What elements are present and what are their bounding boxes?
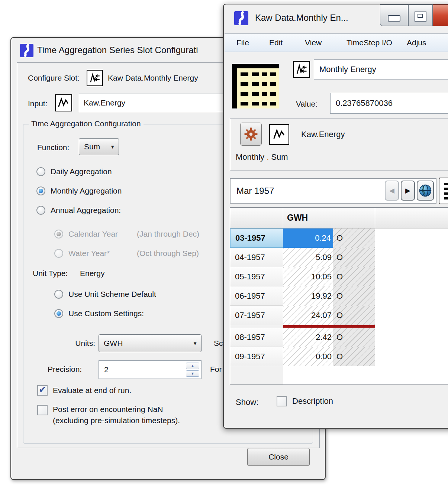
minimize-icon <box>388 15 400 22</box>
radio-monthly-aggregation[interactable]: Monthly Aggregation <box>36 186 122 195</box>
flag-output: O <box>336 286 343 306</box>
function-dropdown[interactable]: Sum ▼ <box>79 138 119 155</box>
spin-up-icon[interactable]: ▲ <box>186 363 199 369</box>
menu-edit[interactable]: Edit <box>269 34 283 52</box>
unit-type-value: Energy <box>80 269 105 278</box>
units-dropdown[interactable]: GWH ▼ <box>99 334 202 352</box>
value-column-header[interactable]: GWH <box>283 208 375 228</box>
table-header-row: GWH <box>230 208 448 228</box>
series-slot-icon <box>55 94 72 111</box>
previous-timestep-button[interactable]: ◀ <box>385 181 399 201</box>
series-slot-icon-button[interactable] <box>269 124 289 145</box>
radio-calendar-year: Calendar Year (Jan through Dec) <box>54 230 199 238</box>
table-object-icon <box>232 64 279 108</box>
radio-use-custom-settings[interactable]: Use Custom Settings: <box>54 309 144 318</box>
radio-daily-aggregation[interactable]: Daily Aggregation <box>36 167 112 176</box>
table-row[interactable]: 06-1957 19.92 O <box>230 286 448 306</box>
flag-output: O <box>336 228 343 248</box>
restore-button[interactable] <box>408 4 433 26</box>
radio-icon-disabled-selected <box>54 230 63 238</box>
agg-function: Sum <box>271 152 288 162</box>
value-cell[interactable]: 24.07 O <box>283 306 375 325</box>
configure-slot-label: Configure Slot: <box>28 70 80 86</box>
function-label: Function: <box>37 139 69 156</box>
date-column-header[interactable] <box>230 208 283 228</box>
checkbox-post-error-nan[interactable]: Post error on encountering NaN (excludin… <box>37 405 180 425</box>
radio-water-year: Water Year* (Oct through Sep) <box>54 249 199 258</box>
menu-timestep-io[interactable]: TimeStep I/O <box>347 34 392 52</box>
value-cell[interactable]: 5.09 O <box>283 248 375 267</box>
radio-icon <box>54 290 63 299</box>
table-row[interactable]: 04-1957 5.09 O <box>230 248 448 267</box>
aggregation-slot-icon <box>293 61 310 78</box>
table-row-selected[interactable]: 03-1957 0.24 O <box>230 228 448 248</box>
menu-file[interactable]: File <box>236 34 249 52</box>
spinner-buttons[interactable]: ▲ ▼ <box>186 363 199 377</box>
value-label: Value: <box>296 94 318 114</box>
precision-label: Precision: <box>48 365 82 374</box>
current-timestep-divider <box>283 325 375 328</box>
value-cell-selected[interactable]: 0.24 O <box>283 228 375 248</box>
radio-icon-disabled <box>54 249 63 258</box>
precision-value: 2 <box>104 361 109 379</box>
radio-icon-selected <box>36 186 45 195</box>
radio-icon <box>36 206 45 215</box>
value-field[interactable]: 0.23765870036 <box>330 93 448 114</box>
goto-date-button[interactable] <box>417 181 434 201</box>
close-window-button[interactable] <box>433 4 448 26</box>
next-timestep-button[interactable]: ▶ <box>401 181 415 201</box>
checkbox-show-description[interactable]: Description <box>277 396 333 406</box>
riverware-logo-icon <box>234 11 248 25</box>
unit-type-label: Unit Type: <box>33 269 68 278</box>
slot-name-field[interactable]: Monthly Energy <box>314 59 448 79</box>
restore-icon <box>415 12 426 22</box>
flag-output: O <box>336 328 343 347</box>
checkbox-evaluate-at-end[interactable]: ✔ Evaluate at end of run. <box>37 385 131 396</box>
slot-ref-label: Kaw.Energy <box>301 124 345 145</box>
aggregation-summary: Monthly . Sum <box>236 152 288 162</box>
value-cell[interactable]: 0.00 O <box>283 347 375 366</box>
checkbox-checked-icon: ✔ <box>37 385 48 396</box>
configure-slot-button[interactable] <box>240 123 262 146</box>
menu-bar: File Edit View TimeStep I/O Adjus <box>225 33 448 52</box>
table-row[interactable]: 05-1957 10.05 O <box>230 267 448 286</box>
flag-output: O <box>336 347 343 366</box>
radio-icon-selected <box>54 309 63 318</box>
flag-output: O <box>336 248 343 267</box>
flag-output: O <box>336 306 343 325</box>
flag-output: O <box>336 267 343 286</box>
units-label: Units: <box>55 339 95 348</box>
value-cell[interactable]: 10.05 O <box>283 267 375 286</box>
table-row[interactable]: 09-1957 0.00 O <box>230 347 448 366</box>
table-row[interactable]: 07-1957 24.07 O <box>230 306 448 325</box>
checkbox-unchecked-icon <box>277 396 287 406</box>
menu-adjust[interactable]: Adjus <box>407 34 426 52</box>
checkbox-unchecked-icon <box>37 405 48 415</box>
precision-spinbox[interactable]: 2 ▲ ▼ <box>99 360 202 379</box>
menu-view[interactable]: View <box>305 34 322 52</box>
close-button[interactable]: Close <box>247 448 310 466</box>
value-cell[interactable]: 19.92 O <box>283 286 375 306</box>
minimize-button[interactable] <box>380 4 408 26</box>
radio-icon <box>36 167 45 176</box>
value-cell[interactable]: 2.42 O <box>283 328 375 347</box>
function-value: Sum <box>84 142 100 151</box>
desktop: Time Aggregation Series Slot Configurati… <box>0 0 448 490</box>
agg-separator: . <box>267 152 269 162</box>
radio-unit-scheme-default[interactable]: Use Unit Scheme Default <box>54 290 156 299</box>
radio-annual-aggregation[interactable]: Annual Aggregation: <box>36 206 121 215</box>
next-arrow-icon: ▶ <box>405 186 410 195</box>
current-date[interactable]: Mar 1957 <box>236 179 274 203</box>
table-row[interactable]: 08-1957 2.42 O <box>230 328 448 347</box>
date-navigation-field: Mar 1957 ◀ ▶ <box>230 178 436 204</box>
date-nav-buttons: ◀ ▶ <box>385 181 434 201</box>
series-slot-icon <box>272 127 286 142</box>
dropdown-caret-icon: ▼ <box>193 341 201 346</box>
spin-down-icon[interactable]: ▼ <box>186 370 199 377</box>
row-menu-button[interactable] <box>439 178 448 204</box>
slot-viewer-window: Kaw Data.Monthly En... File Edit View Ti… <box>223 4 448 429</box>
globe-icon <box>419 184 432 197</box>
series-data-table: GWH 03-1957 0.24 O 04-1957 5.09 <box>230 207 448 385</box>
riverware-logo-icon <box>20 44 33 57</box>
input-label: Input: <box>28 94 48 113</box>
